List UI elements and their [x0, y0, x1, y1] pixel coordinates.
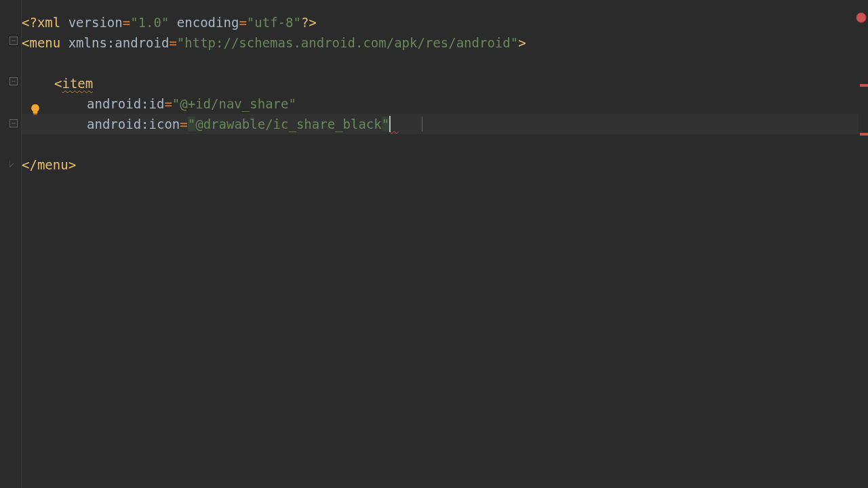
attr-value: "utf-8"	[247, 15, 301, 30]
attr-value: @drawable/ic_share_black	[195, 117, 382, 131]
code-editor[interactable]: <?xml version="1.0" encoding="utf-8"?> <…	[0, 0, 868, 488]
fold-end-icon[interactable]	[9, 161, 18, 169]
error-squiggle	[391, 117, 398, 131]
tag-close: >	[518, 35, 526, 50]
tag-name: item	[62, 76, 93, 91]
tag-name: menu	[29, 35, 60, 50]
error-marker[interactable]	[860, 133, 868, 136]
fold-icon[interactable]	[9, 77, 18, 85]
tag-close: >	[68, 157, 76, 172]
code-line[interactable]: android:id="@+id/nav_share"	[22, 94, 868, 114]
code-line[interactable]	[22, 53, 868, 73]
code-line-current[interactable]: android:icon="@drawable/ic_share_black"	[22, 114, 868, 134]
error-marker[interactable]	[860, 84, 868, 87]
equals-sign: =	[180, 117, 187, 131]
equals-sign: =	[239, 15, 246, 30]
xml-decl-name: xml	[37, 15, 60, 30]
code-line[interactable]: <menu xmlns:android="http://schemas.andr…	[22, 33, 868, 53]
attr-value: "@+id/nav_share"	[172, 96, 296, 111]
attr-name: encoding	[177, 15, 239, 30]
code-line[interactable]: </menu>	[22, 155, 868, 175]
code-line[interactable]: <?xml version="1.0" encoding="utf-8"?>	[22, 12, 868, 33]
code-line[interactable]	[22, 134, 868, 155]
attr-quote: "	[188, 117, 195, 131]
equals-sign: =	[164, 96, 172, 111]
tag-name: menu	[37, 157, 68, 172]
equals-sign: =	[169, 35, 176, 50]
code-line[interactable]: <item	[22, 73, 868, 94]
marker-strip	[859, 0, 868, 488]
attr-namespace: xmlns:	[68, 35, 115, 50]
bulb-icon[interactable]	[28, 103, 41, 115]
attr-namespace: android:	[87, 117, 149, 131]
attr-name: version	[68, 15, 123, 30]
svg-rect-6	[34, 114, 37, 115]
equals-sign: =	[123, 15, 130, 30]
fold-icon[interactable]	[9, 119, 18, 127]
attr-name: android	[115, 35, 169, 50]
gutter	[0, 0, 22, 488]
xml-decl-close: ?>	[301, 15, 317, 30]
xml-decl-open: <?	[22, 15, 37, 30]
tag-open: <	[54, 76, 62, 91]
secondary-caret	[422, 117, 422, 131]
error-indicator-icon[interactable]	[856, 12, 867, 23]
attr-value: "http://schemas.android.com/apk/res/andr…	[177, 35, 518, 50]
fold-icon[interactable]	[9, 37, 18, 45]
code-area[interactable]: <?xml version="1.0" encoding="utf-8"?> <…	[22, 0, 868, 488]
tag-open: <	[22, 35, 29, 50]
tag-open: </	[22, 157, 37, 172]
attr-namespace: android:	[87, 96, 149, 111]
attr-name: id	[149, 96, 165, 111]
attr-value: "1.0"	[130, 15, 169, 30]
attr-name: icon	[149, 117, 180, 131]
attr-quote: "	[382, 117, 389, 131]
